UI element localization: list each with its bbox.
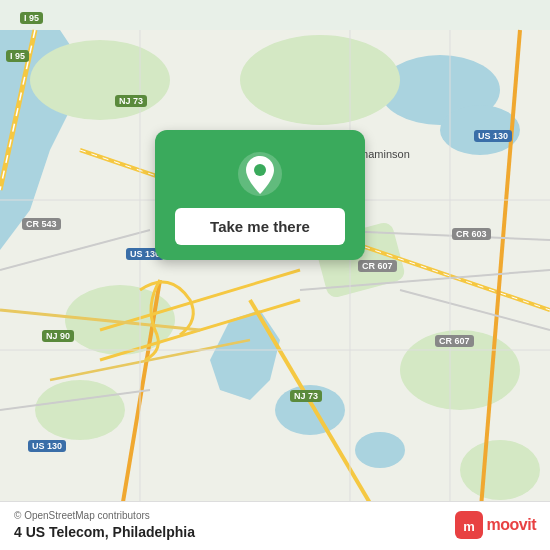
road-label-nj73-3: NJ 73 <box>290 390 322 402</box>
road-label-i95-1: I 95 <box>20 12 43 24</box>
copyright-text: © OpenStreetMap contributors <box>14 510 195 521</box>
svg-point-11 <box>35 380 125 440</box>
moovit-logo: m moovit <box>455 511 536 539</box>
location-name: 4 US Telecom, Philadelphia <box>14 524 195 540</box>
svg-point-13 <box>460 440 540 500</box>
take-me-there-button[interactable]: Take me there <box>175 208 345 245</box>
map-pin-icon <box>236 150 284 198</box>
bottom-info: © OpenStreetMap contributors 4 US Teleco… <box>14 510 195 540</box>
svg-point-7 <box>30 40 170 120</box>
road-label-cr543: CR 543 <box>22 218 61 230</box>
map-svg <box>0 0 550 550</box>
moovit-brand-text: moovit <box>487 516 536 534</box>
svg-point-6 <box>355 432 405 468</box>
road-label-cr607-2: CR 607 <box>435 335 474 347</box>
moovit-brand-icon: m <box>455 511 483 539</box>
svg-text:m: m <box>463 519 475 534</box>
road-label-nj90: NJ 90 <box>42 330 74 342</box>
location-card: Take me there <box>155 130 365 260</box>
road-label-us130-2: US 130 <box>28 440 66 452</box>
road-label-cr603: CR 603 <box>452 228 491 240</box>
bottom-bar: © OpenStreetMap contributors 4 US Teleco… <box>0 501 550 550</box>
map-container: I 95 I 95 NJ 73 NJ 73 NJ 73 US 130 US 13… <box>0 0 550 550</box>
svg-point-8 <box>240 35 400 125</box>
road-label-cr607-1: CR 607 <box>358 260 397 272</box>
road-label-nj73-1: NJ 73 <box>115 95 147 107</box>
road-label-us130-3: US 130 <box>474 130 512 142</box>
road-label-i95-2: I 95 <box>6 50 29 62</box>
svg-point-36 <box>254 164 266 176</box>
